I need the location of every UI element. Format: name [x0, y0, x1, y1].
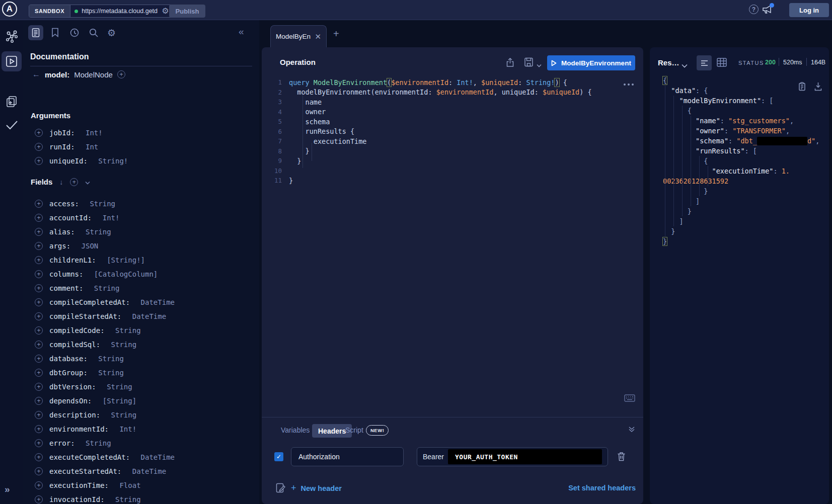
field-type[interactable]: String [90, 284, 119, 292]
field-name[interactable]: dependsOn: [49, 397, 92, 405]
doc-field-row[interactable]: +executeStartedAt: DateTime [35, 464, 175, 478]
fields-menu-chevron-icon[interactable] [85, 178, 90, 186]
field-name[interactable]: runId: [49, 143, 75, 151]
code-line[interactable]: 3 name [262, 97, 634, 107]
field-name[interactable]: uniqueId: [49, 157, 88, 165]
field-name[interactable]: dbtVersion: [49, 383, 96, 391]
set-shared-headers-link[interactable]: Set shared headers [535, 484, 636, 492]
doc-field-row[interactable]: +error: String [35, 436, 175, 450]
doc-field-row[interactable]: +runId: Int [35, 140, 128, 154]
field-type[interactable]: DateTime [128, 312, 166, 320]
add-field-icon[interactable]: + [35, 312, 43, 320]
doc-field-row[interactable]: +dbtVersion: String [35, 380, 175, 394]
keyboard-shortcuts-icon[interactable] [624, 394, 635, 404]
add-field-icon[interactable]: + [35, 200, 43, 208]
doc-field-row[interactable]: +accountId: Int! [35, 211, 175, 225]
field-type[interactable]: [String] [98, 397, 136, 405]
add-field-icon[interactable]: + [35, 383, 43, 391]
response-table-view-toggle[interactable] [717, 58, 727, 69]
schema-graph-icon[interactable] [0, 29, 23, 43]
edit-headers-as-text-icon[interactable] [276, 483, 285, 495]
add-fields-icon[interactable]: + [70, 178, 78, 186]
field-name[interactable]: executionTime: [49, 481, 109, 489]
field-type[interactable]: Int! [82, 129, 103, 137]
settings-icon[interactable]: ⚙ [107, 27, 116, 39]
breadcrumb-type[interactable]: ModelNode [74, 70, 113, 79]
add-field-icon[interactable]: + [35, 242, 43, 250]
auth-token-redacted[interactable]: YOUR_AUTH_TOKEN [448, 449, 602, 464]
field-type[interactable]: String [82, 439, 111, 447]
add-field-icon[interactable]: + [35, 143, 43, 151]
add-field-icon[interactable]: + [35, 481, 43, 489]
help-icon[interactable]: ? [749, 5, 759, 14]
field-name[interactable]: dbtGroup: [49, 369, 88, 377]
saved-operations-icon[interactable] [51, 28, 59, 39]
doc-field-row[interactable]: +description: String [35, 408, 175, 422]
field-name[interactable]: error: [49, 439, 75, 447]
endpoint-url[interactable]: https://metadata.cloud.getd [82, 8, 158, 15]
code-line[interactable]: 10 [262, 166, 634, 176]
field-name[interactable]: description: [49, 411, 100, 419]
field-type[interactable]: Int! [115, 425, 136, 433]
collapse-docs-icon[interactable]: « [239, 26, 244, 37]
doc-field-row[interactable]: +alias: String [35, 225, 175, 239]
field-type[interactable]: Int! [98, 214, 119, 222]
doc-field-row[interactable]: +invocationId: String [35, 492, 175, 504]
field-name[interactable]: environmentId: [49, 425, 109, 433]
add-field-icon[interactable]: + [35, 425, 43, 433]
tab-variables[interactable]: Variables [281, 426, 310, 434]
add-field-icon[interactable]: + [35, 256, 43, 264]
field-name[interactable]: alias: [49, 228, 75, 236]
header-enabled-checkbox[interactable]: ✓ [274, 452, 283, 461]
operation-tab[interactable]: ModelByEnvi… ✕ [270, 25, 327, 47]
apollo-logo-icon[interactable]: A [2, 2, 17, 17]
code-line[interactable]: 5 schema [262, 117, 634, 127]
field-name[interactable]: executeStartedAt: [49, 467, 121, 475]
code-line[interactable]: 8 } [262, 146, 634, 156]
sandbox-badge[interactable]: SANDBOX [29, 5, 70, 17]
expand-rail-icon[interactable]: » [5, 484, 10, 495]
field-name[interactable]: columns: [49, 270, 83, 278]
add-field-icon[interactable]: + [35, 369, 43, 377]
add-field-icon[interactable]: + [35, 326, 43, 334]
publish-button[interactable]: Publish [169, 5, 205, 18]
add-field-icon[interactable]: + [35, 411, 43, 419]
field-type[interactable]: Int [82, 143, 99, 151]
endpoint-url-field[interactable]: https://metadata.cloud.getd ⚙ [70, 5, 175, 17]
doc-field-row[interactable]: +dependsOn: [String] [35, 394, 175, 408]
response-text-view-toggle[interactable] [697, 55, 712, 70]
field-type[interactable]: [CatalogColumn] [90, 270, 158, 278]
save-menu-chevron-icon[interactable] [537, 60, 542, 69]
doc-field-row[interactable]: +compileStartedAt: DateTime [35, 309, 175, 323]
new-tab-icon[interactable]: + [333, 28, 339, 40]
add-field-icon[interactable]: + [35, 129, 43, 137]
add-field-icon[interactable]: + [35, 157, 43, 165]
operation-collections-icon[interactable] [0, 95, 23, 108]
breadcrumb-field[interactable]: model: [45, 70, 69, 79]
save-operation-icon[interactable] [524, 57, 533, 69]
doc-field-row[interactable]: +executionTime: Float [35, 478, 175, 492]
doc-field-row[interactable]: +access: String [35, 197, 175, 211]
field-type[interactable]: DateTime [136, 298, 175, 306]
field-type[interactable]: String [111, 495, 141, 503]
add-field-icon[interactable]: + [35, 341, 43, 349]
collapse-bottom-panel-icon[interactable] [628, 426, 635, 435]
field-name[interactable]: database: [49, 355, 88, 363]
add-field-icon[interactable]: + [35, 228, 43, 236]
announcements-icon[interactable] [762, 4, 775, 17]
field-name[interactable]: executeCompletedAt: [49, 453, 130, 461]
code-line[interactable]: 2 modelByEnvironment(environmentId: $env… [262, 88, 634, 98]
doc-field-row[interactable]: +columns: [CatalogColumn] [35, 267, 175, 281]
add-field-icon[interactable]: + [35, 453, 43, 461]
field-name[interactable]: compileCompletedAt: [49, 298, 130, 306]
doc-field-row[interactable]: +jobId: Int! [35, 126, 128, 140]
doc-field-row[interactable]: +uniqueId: String! [35, 154, 128, 168]
endpoint-settings-icon[interactable]: ⚙ [162, 7, 169, 15]
field-name[interactable]: compiledSql: [49, 341, 100, 349]
field-name[interactable]: comment: [49, 284, 83, 292]
tab-script[interactable]: Script [345, 426, 363, 434]
add-field-icon[interactable]: + [35, 467, 43, 475]
run-operation-button[interactable]: ModelByEnvironment [547, 55, 635, 70]
back-icon[interactable]: ← [32, 70, 40, 79]
doc-field-row[interactable]: +compileCompletedAt: DateTime [35, 295, 175, 309]
